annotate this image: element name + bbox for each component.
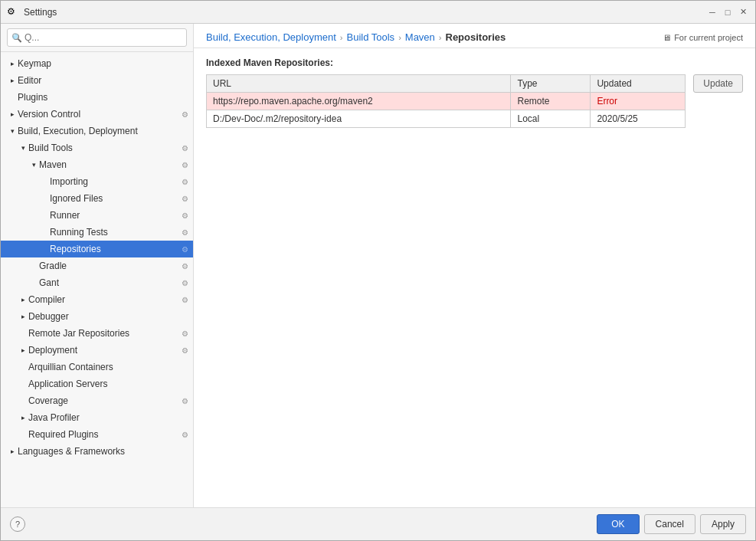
close-button[interactable]: ✕ [737,6,749,18]
settings-icon-repositories: ⚙ [179,244,190,254]
sidebar-item-editor[interactable]: Editor [1,72,193,89]
maven-arrow-icon [28,159,39,170]
settings-icon-deployment: ⚙ [179,345,190,356]
section-title: Indexed Maven Repositories: [206,57,743,68]
title-bar-left: ⚙ Settings [7,6,57,18]
sidebar-item-label-arquillian-containers: Arquillian Containers [28,362,193,372]
editor-arrow-icon [7,75,18,86]
sidebar-item-label-build-exec-deploy: Build, Execution, Deployment [18,126,193,136]
sidebar-item-application-servers[interactable]: Application Servers [1,375,193,392]
sidebar-tree: KeymapEditorPluginsVersion Control⚙Build… [1,52,193,507]
main-content: 🔍 KeymapEditorPluginsVersion Control⚙Bui… [1,24,755,507]
sidebar-item-label-runner: Runner [50,210,179,221]
sidebar-item-repositories[interactable]: Repositories⚙ [1,241,193,257]
title-bar: ⚙ Settings ─ □ ✕ [1,1,755,24]
sidebar-item-languages-frameworks[interactable]: Languages & Frameworks [1,443,193,460]
sidebar-item-gant[interactable]: Gant⚙ [1,274,193,291]
sidebar-item-arquillian-containers[interactable]: Arquillian Containers [1,359,193,375]
sidebar-item-label-plugins: Plugins [18,92,193,103]
settings-icon-runner: ⚙ [179,210,190,221]
sidebar: 🔍 KeymapEditorPluginsVersion Control⚙Bui… [1,24,194,507]
for-project: 🖥 For current project [663,33,743,42]
breadcrumb: Build, Execution, Deployment›Build Tools… [206,31,506,43]
for-project-label: For current project [674,33,743,42]
sidebar-item-build-exec-deploy[interactable]: Build, Execution, Deployment [1,123,193,139]
app-icon: ⚙ [7,6,19,18]
sidebar-item-label-maven: Maven [39,159,179,170]
ok-button[interactable]: OK [597,514,639,534]
java-profiler-arrow-icon [18,412,28,423]
settings-icon-build-tools: ⚙ [179,143,190,153]
sidebar-item-build-tools[interactable]: Build Tools⚙ [1,139,193,156]
row-type-0: Remote [511,93,591,110]
right-panel-wrapper: Build, Execution, Deployment›Build Tools… [194,24,755,507]
row-updated-1: 2020/5/25 [591,110,686,128]
table-row[interactable]: https://repo.maven.apache.org/maven2Remo… [207,93,686,110]
breadcrumb-part-build-exec-deploy[interactable]: Build, Execution, Deployment [206,31,336,43]
sidebar-item-remote-jar-repos[interactable]: Remote Jar Repositories⚙ [1,325,193,342]
sidebar-item-version-control[interactable]: Version Control⚙ [1,106,193,123]
sidebar-item-runner[interactable]: Runner⚙ [1,207,193,224]
breadcrumb-separator: › [340,33,343,42]
minimize-button[interactable]: ─ [706,6,718,18]
maximize-button[interactable]: □ [722,6,734,18]
settings-icon-maven: ⚙ [179,159,190,170]
sidebar-item-label-gant: Gant [39,277,179,288]
repos-table: URLTypeUpdated https://repo.maven.apache… [206,74,686,128]
sidebar-item-label-repositories: Repositories [50,244,179,254]
table-body: https://repo.maven.apache.org/maven2Remo… [207,93,686,128]
update-button[interactable]: Update [693,74,743,93]
sidebar-item-label-editor: Editor [18,75,193,86]
sidebar-item-label-build-tools: Build Tools [28,143,179,153]
sidebar-item-running-tests[interactable]: Running Tests⚙ [1,224,193,241]
breadcrumb-part-build-tools[interactable]: Build Tools [346,31,394,43]
bottom-left: ? [10,516,25,532]
sidebar-item-label-running-tests: Running Tests [50,227,179,238]
table-wrapper: URLTypeUpdated https://repo.maven.apache… [206,74,686,128]
sidebar-item-plugins[interactable]: Plugins [1,89,193,106]
cancel-button[interactable]: Cancel [644,514,695,534]
search-box: 🔍 [1,24,193,52]
settings-icon-gant: ⚙ [179,277,190,288]
settings-icon-remote-jar-repos: ⚙ [179,328,190,339]
sidebar-item-java-profiler[interactable]: Java Profiler [1,409,193,426]
sidebar-item-label-languages-frameworks: Languages & Frameworks [18,446,193,457]
sidebar-item-required-plugins[interactable]: Required Plugins⚙ [1,426,193,443]
search-input[interactable] [7,28,187,47]
sidebar-item-label-version-control: Version Control [18,109,179,120]
panel-body: Indexed Maven Repositories: URLTypeUpdat… [194,48,755,507]
settings-icon-version-control: ⚙ [179,109,190,120]
sidebar-item-debugger[interactable]: Debugger [1,308,193,325]
sidebar-item-ignored-files[interactable]: Ignored Files⚙ [1,190,193,207]
settings-icon-required-plugins: ⚙ [179,429,190,440]
settings-window: ⚙ Settings ─ □ ✕ 🔍 KeymapEditorPluginsVe… [0,0,756,541]
col-header-url: URL [207,75,511,93]
bottom-bar: ? OK Cancel Apply [1,507,755,540]
sidebar-item-compiler[interactable]: Compiler⚙ [1,291,193,308]
languages-frameworks-arrow-icon [7,446,18,457]
sidebar-item-gradle[interactable]: Gradle⚙ [1,257,193,274]
help-button[interactable]: ? [10,516,25,532]
table-row[interactable]: D:/Dev-Doc/.m2/repository-ideaLocal2020/… [207,110,686,128]
settings-icon-running-tests: ⚙ [179,227,190,238]
build-exec-deploy-arrow-icon [7,126,18,136]
window-controls: ─ □ ✕ [706,6,749,18]
sidebar-item-label-coverage: Coverage [28,395,179,406]
sidebar-item-maven[interactable]: Maven⚙ [1,156,193,173]
sidebar-item-label-remote-jar-repos: Remote Jar Repositories [28,328,179,339]
apply-button[interactable]: Apply [700,514,746,534]
sidebar-item-label-importing: Importing [50,176,179,187]
window-title: Settings [24,7,57,18]
keymap-arrow-icon [7,58,18,69]
sidebar-item-keymap[interactable]: Keymap [1,55,193,72]
sidebar-item-label-application-servers: Application Servers [28,379,193,389]
right-panel: Build, Execution, Deployment›Build Tools… [194,24,755,507]
build-tools-arrow-icon [18,143,28,153]
sidebar-item-label-compiler: Compiler [28,294,179,305]
sidebar-item-importing[interactable]: Importing⚙ [1,173,193,190]
sidebar-item-deployment[interactable]: Deployment⚙ [1,342,193,359]
sidebar-item-label-required-plugins: Required Plugins [28,429,179,440]
sidebar-item-coverage[interactable]: Coverage⚙ [1,392,193,409]
table-area: URLTypeUpdated https://repo.maven.apache… [206,74,743,128]
breadcrumb-part-maven[interactable]: Maven [405,31,435,43]
